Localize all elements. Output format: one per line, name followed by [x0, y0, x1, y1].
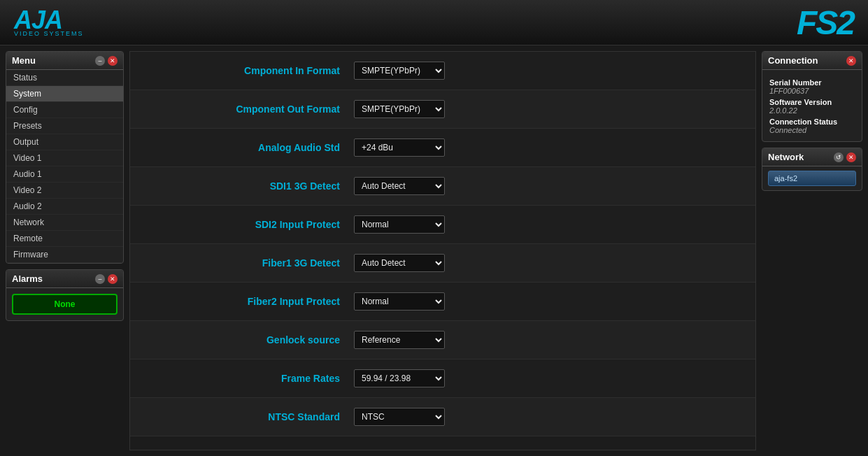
- network-panel-title: Network: [768, 152, 804, 162]
- connection-close-icon[interactable]: ✕: [846, 56, 856, 66]
- alarm-status: None: [12, 294, 118, 315]
- network-device[interactable]: aja-fs2: [768, 171, 856, 186]
- connection-panel: Connection ✕ Serial Number 1FF000637 Sof…: [762, 51, 862, 142]
- sdi2-input-protect-select[interactable]: Normal Protected: [354, 215, 445, 234]
- right-panel: Connection ✕ Serial Number 1FF000637 Sof…: [756, 45, 868, 456]
- genlock-source-control: Reference SDI1 SDI2: [354, 331, 741, 349]
- sidebar-item-video1[interactable]: Video 1: [6, 150, 123, 166]
- header: AJA VIDEO SYSTEMS FS2: [0, 0, 868, 45]
- sidebar-item-video2[interactable]: Video 2: [6, 183, 123, 199]
- fiber2-input-protect-select[interactable]: Normal Protected: [354, 292, 445, 311]
- logo-area: AJA VIDEO SYSTEMS: [14, 8, 84, 37]
- alarms-panel-header: Alarms – ✕: [6, 270, 123, 288]
- analog-audio-std-row: Analog Audio Std +24 dBu +18 dBu -10 dBV: [130, 129, 755, 167]
- sdi2-input-protect-row: SDI2 Input Protect Normal Protected: [130, 206, 755, 244]
- network-close-icon[interactable]: ✕: [846, 152, 856, 162]
- analog-audio-std-control: +24 dBu +18 dBu -10 dBV: [354, 138, 741, 157]
- sidebar: Menu – ✕ Status System Config Presets Ou…: [0, 45, 129, 456]
- sidebar-item-output[interactable]: Output: [6, 134, 123, 150]
- frame-rates-control: 59.94 / 23.98 60 / 24: [354, 369, 741, 387]
- connection-status-label: Connection Status: [769, 117, 855, 126]
- cmponent-in-format-control: SMPTE(YPbPr) Betacam MII: [354, 62, 741, 80]
- settings-panel: Cmponent In Format SMPTE(YPbPr) Betacam …: [129, 51, 756, 450]
- sdi2-input-protect-control: Normal Protected: [354, 215, 741, 234]
- cmponent-out-format-control: SMPTE(YPbPr) Betacam MII: [354, 100, 741, 118]
- sidebar-item-presets[interactable]: Presets: [6, 118, 123, 134]
- cmponent-out-format-row: Cmponent Out Format SMPTE(YPbPr) Betacam…: [130, 90, 755, 129]
- software-version-value: 2.0.0.22: [769, 106, 855, 115]
- ntsc-standard-select[interactable]: NTSC PAL: [354, 408, 445, 426]
- menu-close-icon[interactable]: ✕: [108, 56, 118, 66]
- serial-number-value: 1FF000637: [769, 87, 855, 95]
- network-panel-controls: ↺ ✕: [834, 152, 856, 162]
- fiber1-3g-detect-select[interactable]: Auto Detect Manual: [354, 254, 445, 272]
- serial-number-label: Serial Number: [769, 78, 855, 87]
- sidebar-item-config[interactable]: Config: [6, 102, 123, 118]
- sdi1-3g-detect-select[interactable]: Auto Detect Manual: [354, 177, 445, 195]
- network-panel-header: Network ↺ ✕: [762, 148, 862, 166]
- genlock-source-label: Genlock source: [144, 334, 354, 345]
- connection-status-value: Connected: [769, 126, 855, 134]
- connection-panel-title: Connection: [768, 55, 818, 66]
- frame-rates-label: Frame Rates: [144, 373, 354, 384]
- network-panel: Network ↺ ✕ aja-fs2: [762, 148, 862, 191]
- cmponent-in-format-row: Cmponent In Format SMPTE(YPbPr) Betacam …: [130, 52, 755, 90]
- genlock-source-select[interactable]: Reference SDI1 SDI2: [354, 331, 445, 349]
- alarms-minimize-icon[interactable]: –: [95, 274, 105, 284]
- analog-audio-std-label: Analog Audio Std: [144, 142, 354, 153]
- sidebar-item-network[interactable]: Network: [6, 215, 123, 231]
- menu-list: Status System Config Presets Output Vide…: [6, 70, 123, 263]
- alarms-panel-title: Alarms: [12, 273, 43, 284]
- frame-rates-row: Frame Rates 59.94 / 23.98 60 / 24: [130, 359, 755, 398]
- cmponent-out-format-label: Cmponent Out Format: [144, 104, 354, 115]
- fiber2-input-protect-row: Fiber2 Input Protect Normal Protected: [130, 283, 755, 321]
- menu-panel-controls: – ✕: [95, 56, 118, 66]
- ntsc-standard-row: NTSC Standard NTSC PAL: [130, 398, 755, 436]
- menu-panel: Menu – ✕ Status System Config Presets Ou…: [6, 51, 124, 264]
- genlock-source-row: Genlock source Reference SDI1 SDI2: [130, 321, 755, 359]
- sidebar-item-remote[interactable]: Remote: [6, 231, 123, 247]
- logo-subtitle: VIDEO SYSTEMS: [14, 30, 84, 37]
- ntsc-standard-control: NTSC PAL: [354, 408, 741, 426]
- connection-panel-controls: ✕: [846, 56, 856, 66]
- menu-minimize-icon[interactable]: –: [95, 56, 105, 66]
- fiber2-input-protect-label: Fiber2 Input Protect: [144, 296, 354, 307]
- alarms-panel-controls: – ✕: [95, 274, 118, 284]
- sidebar-item-audio1[interactable]: Audio 1: [6, 166, 123, 183]
- sidebar-item-system[interactable]: System: [6, 86, 123, 102]
- frame-rates-select[interactable]: 59.94 / 23.98 60 / 24: [354, 369, 445, 387]
- sidebar-item-status[interactable]: Status: [6, 70, 123, 86]
- alarms-panel: Alarms – ✕ None: [6, 269, 124, 321]
- software-version-label: Software Version: [769, 98, 855, 106]
- sdi1-3g-detect-control: Auto Detect Manual: [354, 177, 741, 195]
- cmponent-in-format-label: Cmponent In Format: [144, 65, 354, 76]
- sdi2-input-protect-label: SDI2 Input Protect: [144, 219, 354, 230]
- aja-logo: AJA: [14, 8, 62, 33]
- sdi1-3g-detect-row: SDI1 3G Detect Auto Detect Manual: [130, 167, 755, 206]
- ntsc-standard-label: NTSC Standard: [144, 411, 354, 422]
- connection-body: Serial Number 1FF000637 Software Version…: [762, 70, 862, 141]
- sidebar-item-firmware[interactable]: Firmware: [6, 247, 123, 263]
- fiber1-3g-detect-label: Fiber1 3G Detect: [144, 257, 354, 269]
- sidebar-item-audio2[interactable]: Audio 2: [6, 199, 123, 215]
- network-body: aja-fs2: [762, 166, 862, 190]
- analog-audio-std-select[interactable]: +24 dBu +18 dBu -10 dBV: [354, 138, 445, 157]
- product-logo: FS2: [797, 3, 854, 42]
- cmponent-out-format-select[interactable]: SMPTE(YPbPr) Betacam MII: [354, 100, 445, 118]
- network-refresh-icon[interactable]: ↺: [834, 152, 844, 162]
- fiber2-input-protect-control: Normal Protected: [354, 292, 741, 311]
- connection-panel-header: Connection ✕: [762, 52, 862, 70]
- menu-panel-title: Menu: [12, 55, 36, 66]
- fiber1-3g-detect-row: Fiber1 3G Detect Auto Detect Manual: [130, 244, 755, 283]
- alarms-close-icon[interactable]: ✕: [108, 274, 118, 284]
- main-area: Menu – ✕ Status System Config Presets Ou…: [0, 45, 868, 456]
- menu-panel-header: Menu – ✕: [6, 52, 123, 70]
- fiber1-3g-detect-control: Auto Detect Manual: [354, 254, 741, 272]
- cmponent-in-format-select[interactable]: SMPTE(YPbPr) Betacam MII: [354, 62, 445, 80]
- sdi1-3g-detect-label: SDI1 3G Detect: [144, 180, 354, 192]
